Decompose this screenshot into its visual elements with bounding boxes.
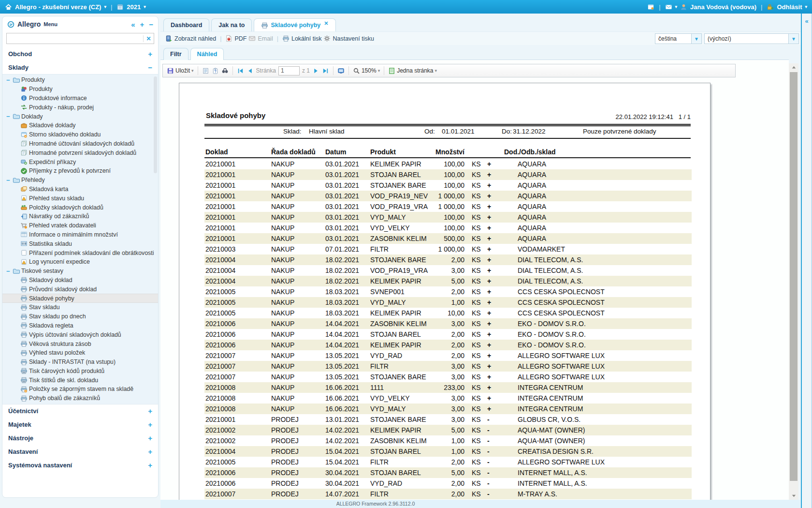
tree-item-pohyb-obalu-dle-zakazniku[interactable]: Pohyb obalů dle zákazníků — [2, 394, 158, 403]
chevron-down-icon[interactable]: ▾ — [675, 4, 678, 9]
last-page-button[interactable] — [322, 67, 329, 75]
sidebar-section-systemova-nastaveni[interactable]: Systémová nastavení + — [2, 459, 158, 472]
language-dropdown-icon[interactable]: ▼ — [691, 34, 701, 44]
tree-item-informace-o-minimalnim-mnozstvi[interactable]: Informace o minimálním množství — [2, 230, 158, 239]
subtab-nahled[interactable]: Náhled — [190, 48, 224, 60]
tree-group-prehledy[interactable]: − Přehledy — [2, 176, 158, 185]
profile-dropdown-icon[interactable]: ▼ — [788, 34, 798, 44]
collapse-group-icon[interactable]: − — [6, 177, 11, 184]
tree-item-pruvodni-skladovy-doklad[interactable]: Průvodní skladový doklad — [2, 284, 158, 294]
tree-item-skladove-pohyby[interactable]: Skladové pohyby — [2, 294, 158, 303]
scroll-up-icon[interactable] — [789, 63, 798, 72]
chevron-down-icon[interactable]: ▾ — [144, 4, 146, 9]
lokalni-tisk-button[interactable]: Lokální tisk — [281, 35, 323, 42]
tree-item-vyhled-stavu-polozek[interactable]: Výhled stavu položek — [2, 348, 158, 358]
tree-item-tisk-carovych-kodu-produktu[interactable]: Tisk čárových kódů produktů — [2, 367, 158, 376]
sidebar-section-ucetnictvi[interactable]: Účetnictví + — [2, 404, 158, 418]
tree-item-hromadne-uctovani-skladovych-dokladu[interactable]: Hromadné účtování skladových dokladů — [2, 139, 158, 149]
pdf-button[interactable]: PDF — [224, 35, 247, 42]
sidebar-section-majetek[interactable]: Majetek + — [2, 418, 158, 432]
collapse-sidebar-icon[interactable]: « — [131, 20, 135, 29]
current-user[interactable]: Jana Vodová (vodova) — [690, 3, 756, 11]
collapse-group-icon[interactable]: − — [6, 268, 11, 275]
chevron-down-icon[interactable]: ▾ — [104, 4, 106, 9]
collapse-all-icon[interactable]: − — [149, 20, 153, 29]
scroll-down-icon[interactable] — [789, 492, 798, 500]
tree-item-storno-skladoveho-dokladu[interactable]: Storno skladového dokladu — [2, 130, 158, 139]
zoom-button[interactable]: 150% ▾ — [353, 67, 380, 75]
tree-item-vekova-struktura-zasob[interactable]: Věková struktura zásob — [2, 339, 158, 348]
section-expander-icon[interactable]: + — [148, 434, 152, 442]
search-report-button[interactable] — [221, 67, 229, 75]
tree-item-sklady-intrastat-na-vstupu[interactable]: Sklady - INTRASTAT (na vstupu) — [2, 358, 158, 367]
tree-item-prirazeni-podminek-skladovani-dle-obratkovosti[interactable]: Přiřazení podmínek skladování dle obrátk… — [2, 248, 158, 257]
sidebar-section-sklady[interactable]: Sklady − — [2, 60, 158, 74]
tree-item-log-vynuceni-expedice[interactable]: Log vynucení expedice — [2, 257, 158, 267]
tree-item-tisk-stitku-dle-skl-dokladu[interactable]: Tisk štítků dle skl. dokladu — [2, 375, 158, 385]
chevron-down-icon[interactable]: ▾ — [805, 4, 807, 9]
tree-scrollbar-thumb[interactable] — [154, 76, 157, 173]
zobrazit-nahled-button[interactable]: Zobrazit náhled — [164, 35, 217, 42]
parameters-button[interactable] — [212, 67, 219, 75]
tree-item-skladova-karta[interactable]: Skladová karta — [2, 185, 158, 194]
tab-skladove-pohyby[interactable]: Skladové pohyby✕ — [254, 18, 335, 31]
tree-item-produkty[interactable]: Produkty — [2, 85, 158, 94]
tree-item-produkty-nakup-prodej[interactable]: Produkty - nákup, prodej — [2, 103, 158, 112]
full-screen-button[interactable] — [337, 67, 345, 75]
prev-page-button[interactable] — [246, 67, 254, 75]
tree-item-stav-skladu-po-dnech[interactable]: Stav skladu po dnech — [2, 312, 158, 321]
nastaveni-tisku-button[interactable]: Nastavení tisku — [322, 35, 375, 42]
tree-item-prehled-vratek-dodavateli[interactable]: Přehled vratek dodavateli — [2, 221, 158, 230]
home-icon[interactable] — [5, 3, 12, 11]
next-page-button[interactable] — [312, 67, 319, 75]
tab-dashboard[interactable]: Dashboard — [163, 18, 209, 31]
section-expander-icon[interactable]: + — [148, 461, 152, 469]
tree-group-produkty[interactable]: − Produkty — [2, 75, 158, 85]
save-button[interactable]: Uložit ▾ — [167, 67, 194, 75]
first-page-button[interactable] — [237, 67, 244, 75]
collapse-group-icon[interactable]: − — [6, 76, 11, 84]
tree-item-statistika-skladu[interactable]: Statistika skladu — [2, 239, 158, 248]
logout-button[interactable]: Odhlásit — [777, 3, 802, 11]
tree-item-skladove-doklady[interactable]: Skladové doklady — [2, 121, 158, 130]
page-number-input[interactable] — [278, 66, 300, 75]
section-expander-icon[interactable]: + — [148, 407, 152, 415]
subtab-filtr[interactable]: Filtr — [163, 48, 188, 60]
tree-item-stav-skladu[interactable]: Stav skladu — [2, 303, 158, 312]
vertical-scrollbar[interactable] — [789, 63, 798, 500]
search-input[interactable] — [7, 33, 143, 44]
tree-item-polozky-skladovych-dokladu[interactable]: Položky skladových dokladů — [2, 203, 158, 212]
scrollbar-thumb[interactable] — [790, 72, 798, 481]
app-title[interactable]: Allegro - zkušební verze (CZ) — [15, 3, 101, 11]
right-collapsed-panel[interactable]: « — [801, 14, 812, 508]
tree-item-hromadne-potvrzeni-skladovych-dokladu[interactable]: Hromadné potvrzení skladových dokladů — [2, 148, 158, 157]
language-select[interactable]: čeština ▼ — [655, 33, 702, 44]
tree-item-prehled-stavu-skladu[interactable]: Přehled stavu skladu — [2, 194, 158, 203]
sidebar-section-nastaveni[interactable]: Nastavení + — [2, 445, 158, 459]
tree-item-produktove-informace[interactable]: Produktové informace — [2, 94, 158, 103]
tab-jak-na-to[interactable]: Jak na to — [211, 18, 252, 31]
tree-item-skladova-regleta[interactable]: Skladová regleta — [2, 321, 158, 330]
section-expander-icon[interactable]: − — [148, 63, 152, 72]
sidebar-section-nastroje[interactable]: Nástroje + — [2, 432, 158, 445]
tree-group-doklady[interactable]: − Doklady — [2, 112, 158, 121]
fiscal-year[interactable]: 2021 — [127, 3, 141, 11]
clear-search-icon[interactable]: ✕ — [143, 35, 154, 42]
section-expander-icon[interactable]: + — [148, 420, 152, 429]
windows-icon[interactable] — [647, 3, 654, 11]
tree-group-tiskove-sestavy[interactable]: − Tiskové sestavy — [2, 267, 158, 276]
collapse-group-icon[interactable]: − — [6, 113, 11, 120]
expand-all-icon[interactable]: + — [140, 20, 144, 29]
logout-lock-icon[interactable] — [767, 3, 774, 11]
page-layout-button[interactable]: Jedna stránka ▾ — [388, 67, 437, 75]
profile-select[interactable]: (výchozí) ▼ — [704, 33, 799, 44]
tree-item-vypis-uctovani-skladovych-dokladu[interactable]: Výpis účtování skladových dokladů — [2, 330, 158, 339]
collapse-panel-icon[interactable]: « — [802, 17, 812, 25]
section-expander-icon[interactable]: + — [148, 50, 152, 58]
report-properties-button[interactable] — [202, 67, 209, 75]
tree-item-prijemky-z-prevodu-k-potvrzeni[interactable]: Příjemky z převodů k potvrzení — [2, 166, 158, 176]
tree-item-navratky-od-zakazniku[interactable]: Návratky od zákazníků — [2, 212, 158, 221]
tree-item-expedicni-prikazy[interactable]: Expediční příkazy — [2, 157, 158, 166]
section-expander-icon[interactable]: + — [148, 448, 152, 456]
sidebar-section-obchod[interactable]: Obchod + — [2, 47, 158, 60]
